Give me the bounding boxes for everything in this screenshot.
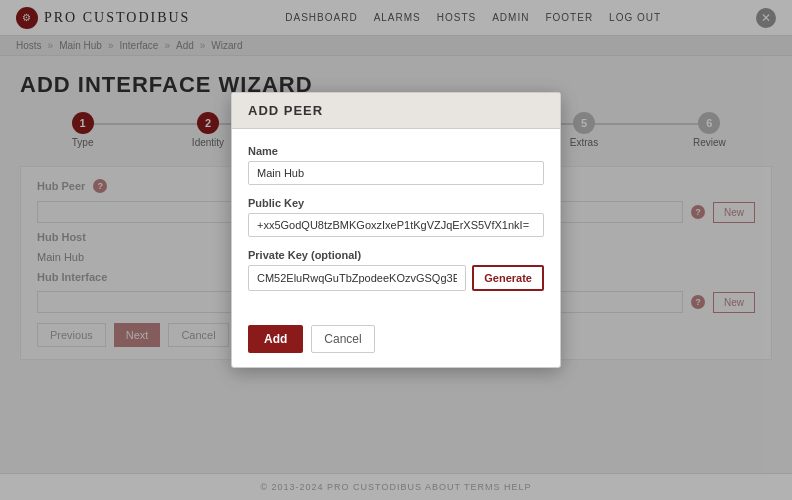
private-key-label: Private Key (optional) [248, 249, 544, 261]
private-key-input[interactable] [248, 265, 466, 291]
modal-footer: Add Cancel [232, 319, 560, 367]
modal-title: ADD PEER [232, 93, 560, 129]
name-input[interactable] [248, 161, 544, 185]
add-button[interactable]: Add [248, 325, 303, 353]
private-key-field-group: Private Key (optional) Generate [248, 249, 544, 291]
private-key-input-row: Generate [248, 265, 544, 291]
modal-cancel-button[interactable]: Cancel [311, 325, 374, 353]
name-label: Name [248, 145, 544, 157]
modal-overlay: ADD PEER Name Public Key Private Key (op… [0, 0, 792, 500]
generate-button[interactable]: Generate [472, 265, 544, 291]
public-key-field-group: Public Key [248, 197, 544, 237]
public-key-input[interactable] [248, 213, 544, 237]
public-key-label: Public Key [248, 197, 544, 209]
modal-body: Name Public Key Private Key (optional) G… [232, 129, 560, 319]
name-field-group: Name [248, 145, 544, 185]
add-peer-modal: ADD PEER Name Public Key Private Key (op… [231, 92, 561, 368]
